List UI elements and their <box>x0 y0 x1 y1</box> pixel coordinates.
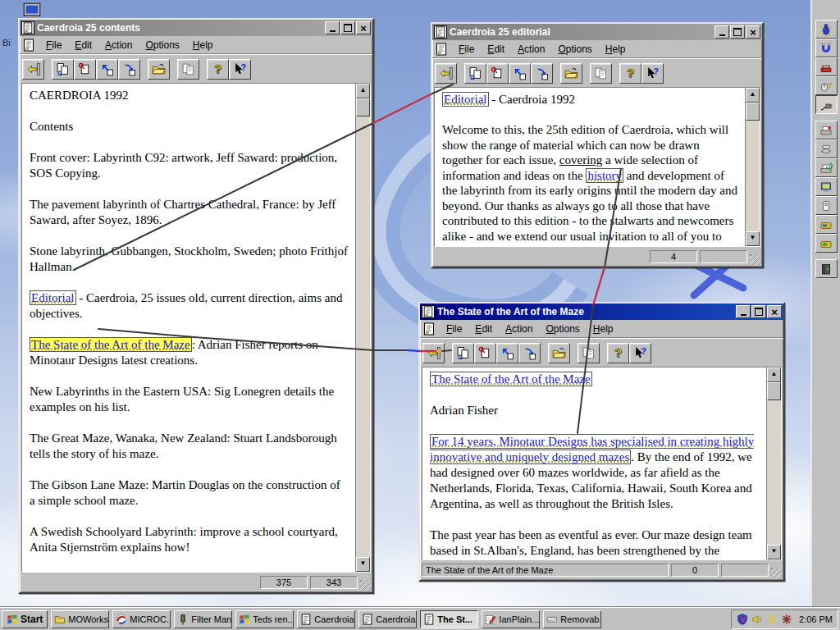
menu-options[interactable]: Options <box>139 38 185 52</box>
state-of-art-link[interactable]: The State of the Art of the Maze <box>30 337 192 352</box>
menu-edit[interactable]: Edit <box>69 38 98 52</box>
context-help-icon[interactable] <box>229 59 251 80</box>
volume-icon[interactable] <box>751 614 763 625</box>
virus-shield-icon[interactable] <box>737 614 748 625</box>
taskbar-button-the-state[interactable]: The St... <box>420 610 478 628</box>
scroll-up-icon[interactable] <box>356 84 370 98</box>
scroll-track[interactable] <box>356 116 370 557</box>
menu-help[interactable]: Help <box>187 38 219 52</box>
monitor-icon[interactable] <box>815 177 838 196</box>
covering-link[interactable]: covering <box>559 153 602 167</box>
open-folder-icon[interactable] <box>560 63 582 84</box>
link-back-icon[interactable] <box>496 343 518 363</box>
vertical-scrollbar[interactable] <box>766 368 781 559</box>
copy-icon[interactable] <box>177 59 199 80</box>
exit-door-icon[interactable] <box>422 343 445 363</box>
link-forward-icon[interactable] <box>118 59 140 80</box>
taskbar-button-ianplain[interactable]: IanPlain.... <box>482 610 540 628</box>
scanner-icon[interactable] <box>815 139 838 158</box>
bug-icon[interactable] <box>815 20 838 39</box>
scroll-down-icon[interactable] <box>356 557 370 572</box>
editorial-link[interactable]: Editorial <box>30 290 76 305</box>
menu-action[interactable]: Action <box>500 322 538 336</box>
link-back-icon[interactable] <box>96 59 118 80</box>
handheld-device-icon[interactable] <box>815 196 838 215</box>
magnet-icon[interactable] <box>815 39 838 57</box>
maximize-button[interactable] <box>730 25 745 39</box>
history-link[interactable]: history <box>586 168 623 183</box>
copy-pages-icon[interactable] <box>452 343 474 363</box>
state-of-art-title-link[interactable]: The State of the Art of the Maze <box>430 372 592 386</box>
taskbar-button-moworks[interactable]: MOWorks <box>51 610 109 628</box>
taskbar-button-filter-manager[interactable]: Filter Man... <box>174 610 232 628</box>
scroll-track[interactable] <box>767 400 781 545</box>
menu-edit[interactable]: Edit <box>469 322 498 336</box>
taskbar-button-teds[interactable]: Teds ren... <box>235 610 294 628</box>
device-cn-icon[interactable] <box>815 215 838 234</box>
scroll-down-icon[interactable] <box>746 231 760 246</box>
menu-options[interactable]: Options <box>540 322 585 336</box>
help-icon[interactable] <box>207 59 229 80</box>
context-help-icon[interactable] <box>629 343 651 363</box>
toolbox-icon[interactable] <box>815 57 838 76</box>
close-button[interactable] <box>746 25 760 39</box>
copy-icon[interactable] <box>590 63 612 84</box>
mouse-help-icon[interactable] <box>815 76 838 95</box>
link-forward-icon[interactable] <box>518 343 541 363</box>
help-icon[interactable] <box>619 63 641 84</box>
taskbar-button-caerdroia-1[interactable]: Caerdroia... <box>297 610 355 628</box>
vertical-scrollbar[interactable] <box>745 88 760 246</box>
link-forward-icon[interactable] <box>531 63 553 84</box>
device-cf-icon[interactable] <box>815 234 838 253</box>
scroll-thumb[interactable] <box>767 382 781 400</box>
find-pages-icon[interactable] <box>486 63 509 84</box>
minimize-button[interactable] <box>736 305 751 318</box>
scheduler-flower-icon[interactable] <box>781 614 792 625</box>
taskbar-button-removable[interactable]: Removab... <box>543 610 601 628</box>
menu-help[interactable]: Help <box>600 42 632 57</box>
printer-export-icon[interactable] <box>815 158 838 177</box>
menu-action[interactable]: Action <box>512 42 550 57</box>
open-folder-icon[interactable] <box>148 59 170 80</box>
minimize-button[interactable] <box>325 21 340 34</box>
open-folder-icon[interactable] <box>548 343 570 363</box>
title-bar[interactable]: The State of the Art of the Maze <box>420 304 783 320</box>
link-back-icon[interactable] <box>509 63 531 84</box>
copy-pages-icon[interactable] <box>464 63 486 84</box>
accessibility-walker-icon[interactable] <box>766 614 778 625</box>
vertical-scrollbar[interactable] <box>355 84 370 572</box>
find-pages-icon[interactable] <box>474 343 496 363</box>
scroll-thumb[interactable] <box>746 103 760 121</box>
menu-edit[interactable]: Edit <box>482 42 510 57</box>
editorial-link[interactable]: Editorial <box>442 92 489 107</box>
copy-pages-icon[interactable] <box>52 59 74 80</box>
exit-door-icon[interactable] <box>22 59 44 80</box>
context-help-icon[interactable] <box>641 63 664 84</box>
scroll-thumb[interactable] <box>356 98 370 116</box>
help-icon[interactable] <box>607 343 629 363</box>
menu-action[interactable]: Action <box>99 38 138 52</box>
menu-file[interactable]: File <box>453 42 480 57</box>
resize-grip[interactable] <box>360 580 371 591</box>
menu-help[interactable]: Help <box>587 322 619 336</box>
resize-grip[interactable] <box>750 254 760 265</box>
scroll-track[interactable] <box>746 121 760 231</box>
copy-icon[interactable] <box>578 343 600 363</box>
taskbar-button-caerdroia-2[interactable]: Caerdroia... <box>358 610 417 628</box>
scroll-up-icon[interactable] <box>767 368 781 382</box>
title-bar[interactable]: Caerdroia 25 contents <box>20 20 372 36</box>
printer-paint-icon[interactable] <box>815 121 838 139</box>
close-button[interactable] <box>767 305 782 318</box>
find-pages-icon[interactable] <box>74 59 96 80</box>
scroll-down-icon[interactable] <box>767 545 781 559</box>
exit-door-icon[interactable] <box>435 63 457 84</box>
plug-icon[interactable] <box>815 95 838 114</box>
resize-grip[interactable] <box>771 568 782 578</box>
minimize-button[interactable] <box>714 25 729 39</box>
menu-file[interactable]: File <box>441 322 468 336</box>
scroll-up-icon[interactable] <box>746 88 760 103</box>
taskbar-button-microc[interactable]: MICROC... <box>112 610 171 628</box>
menu-options[interactable]: Options <box>552 42 597 57</box>
maximize-button[interactable] <box>751 305 766 318</box>
close-button[interactable] <box>356 21 371 34</box>
